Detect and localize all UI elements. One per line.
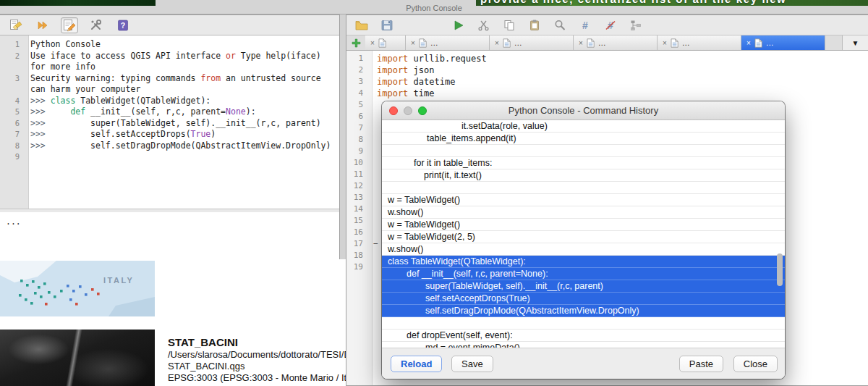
- save-button[interactable]: Save: [451, 356, 493, 372]
- tab-selected[interactable]: ×…: [741, 35, 825, 50]
- comment-code-icon[interactable]: #: [576, 17, 594, 33]
- object-inspector-icon[interactable]: [627, 17, 644, 33]
- close-tab-icon[interactable]: ×: [663, 39, 667, 47]
- save-script-icon[interactable]: [378, 17, 396, 33]
- history-row[interactable]: w.show(): [382, 243, 785, 256]
- history-row[interactable]: md = event.mimeData(): [382, 342, 785, 348]
- uncomment-code-icon[interactable]: #: [602, 17, 619, 33]
- history-row[interactable]: w = TableWidget(): [382, 194, 785, 206]
- editor-line-text: [367, 99, 377, 111]
- editor-line-text: [367, 215, 377, 227]
- history-list[interactable]: it.setData(role, value)table_items.appen…: [382, 120, 785, 348]
- paste-icon[interactable]: [526, 17, 543, 33]
- close-tab-icon[interactable]: ×: [495, 39, 499, 47]
- console-line-text: Python Console: [24, 39, 101, 51]
- project-file: STAT_BACINI.qgs: [168, 361, 367, 372]
- history-row[interactable]: super(TableWidget, self).__init__(r,c, p…: [382, 280, 785, 293]
- history-row[interactable]: w.show(): [382, 206, 785, 219]
- zoom-window-icon[interactable]: [418, 106, 427, 115]
- tab[interactable]: ×…: [574, 35, 658, 50]
- clear-console-icon[interactable]: [7, 17, 25, 33]
- dialog-titlebar[interactable]: Python Console - Command History: [382, 101, 785, 120]
- editor-line-text: import datetime: [367, 76, 455, 88]
- history-row[interactable]: def dropEvent(self, event):: [382, 330, 785, 342]
- history-row[interactable]: it.setData(role, value): [382, 120, 785, 133]
- line-number: 12: [346, 180, 367, 192]
- console-toolbar: ?: [0, 15, 339, 35]
- tab-label: …: [682, 38, 690, 47]
- console-line-text: >>> self.setAcceptDrops(True): [24, 129, 216, 140]
- help-icon[interactable]: ?: [114, 17, 132, 33]
- editor-line-text: [367, 122, 377, 134]
- tab[interactable]: ×…: [490, 35, 574, 50]
- editor-line-text: [367, 250, 377, 261]
- close-tab-icon[interactable]: ×: [370, 39, 375, 47]
- console-output[interactable]: 1Python Console2Use iface to access QGIS…: [0, 35, 339, 209]
- tab-label: …: [766, 38, 774, 47]
- line-number: 1: [0, 39, 24, 51]
- history-row[interactable]: def __init__(self, r,c, parent=None):: [382, 268, 785, 280]
- close-tab-icon[interactable]: ×: [746, 39, 751, 47]
- cut-icon[interactable]: [475, 17, 493, 33]
- find-text-icon[interactable]: [551, 17, 569, 33]
- line-number: 9: [346, 146, 367, 157]
- reload-button[interactable]: Reload: [391, 356, 442, 372]
- svg-text:?: ?: [121, 21, 125, 30]
- close-window-icon[interactable]: [389, 106, 398, 115]
- svg-text:#: #: [582, 20, 588, 31]
- copy-icon[interactable]: [501, 17, 518, 33]
- show-editor-icon[interactable]: [61, 17, 78, 33]
- line-number: 3: [346, 76, 367, 88]
- history-row[interactable]: self.setDragDropMode(QAbstractItemView.D…: [382, 305, 785, 317]
- tab[interactable]: ×: [365, 35, 406, 50]
- editor-line-text: [367, 169, 377, 180]
- scrollbar-thumb[interactable]: [777, 253, 783, 286]
- history-row[interactable]: print(it, it.text(): [382, 169, 785, 182]
- line-number: 15: [346, 215, 367, 227]
- history-row[interactable]: [382, 145, 785, 157]
- project-crs: EPSG:3003 (EPSG:3003 - Monte Mario / Ita…: [168, 372, 367, 384]
- history-row[interactable]: [382, 317, 785, 330]
- desktop-wallpaper-right: provide a nice, centralized list of all …: [476, 0, 868, 6]
- tab[interactable]: ×…: [406, 35, 490, 50]
- line-number: 2: [0, 51, 24, 62]
- close-button[interactable]: Close: [733, 356, 778, 372]
- open-script-icon[interactable]: [353, 17, 370, 33]
- history-row[interactable]: self.setAcceptDrops(True): [382, 293, 785, 305]
- line-number: 6: [346, 111, 367, 122]
- editor-line-text: [367, 204, 377, 215]
- recent-project-info[interactable]: STAT_BACINI /Users/slarosa/Documents/dot…: [168, 336, 367, 384]
- run-script-icon[interactable]: [450, 17, 467, 33]
- minimize-window-icon[interactable]: [404, 106, 412, 115]
- new-tab-icon[interactable]: [346, 35, 365, 50]
- fold-marker-icon[interactable]: −: [373, 238, 378, 250]
- run-command-icon[interactable]: [34, 17, 51, 33]
- traffic-lights: [389, 106, 427, 115]
- recent-project-thumbnail-satellite[interactable]: [0, 330, 155, 386]
- line-number: 16: [346, 227, 367, 238]
- recent-project-thumbnail-map[interactable]: ITALY: [0, 261, 155, 316]
- console-line: 2Use iface to access QGIS API interface …: [0, 51, 339, 62]
- line-number: 8: [346, 134, 367, 146]
- project-path: /Users/slarosa/Documents/dottorato/TESI/…: [168, 349, 367, 361]
- desktop-wallpaper-left: [0, 0, 156, 6]
- tab-list-dropdown[interactable]: ▼: [842, 35, 868, 50]
- tab[interactable]: ×…: [658, 35, 741, 50]
- console-line: 8>>> self.setDragDropMode(QAbstractItemV…: [0, 140, 339, 152]
- close-tab-icon[interactable]: ×: [579, 39, 583, 47]
- tab-label: …: [430, 38, 438, 47]
- close-tab-icon[interactable]: ×: [411, 39, 415, 47]
- console-input[interactable]: ...: [0, 212, 339, 259]
- history-row[interactable]: for it in table_items:: [382, 157, 785, 169]
- line-number: 7: [0, 129, 24, 140]
- options-icon[interactable]: [88, 17, 105, 33]
- history-row[interactable]: table_items.append(it): [382, 133, 785, 145]
- editor-line: 3import datetime: [346, 76, 868, 88]
- history-row[interactable]: w = TableWidget(2, 5): [382, 231, 785, 243]
- history-row[interactable]: class TableWidget(QTableWidget):: [382, 256, 785, 268]
- console-line-text: >>> class TableWidget(QTableWidget):: [24, 96, 210, 107]
- history-row[interactable]: [382, 182, 785, 194]
- history-row[interactable]: w = TableWidget(): [382, 219, 785, 231]
- editor-tabbar: ××…×…×…×…×… ▼: [346, 35, 868, 51]
- paste-button[interactable]: Paste: [679, 356, 723, 372]
